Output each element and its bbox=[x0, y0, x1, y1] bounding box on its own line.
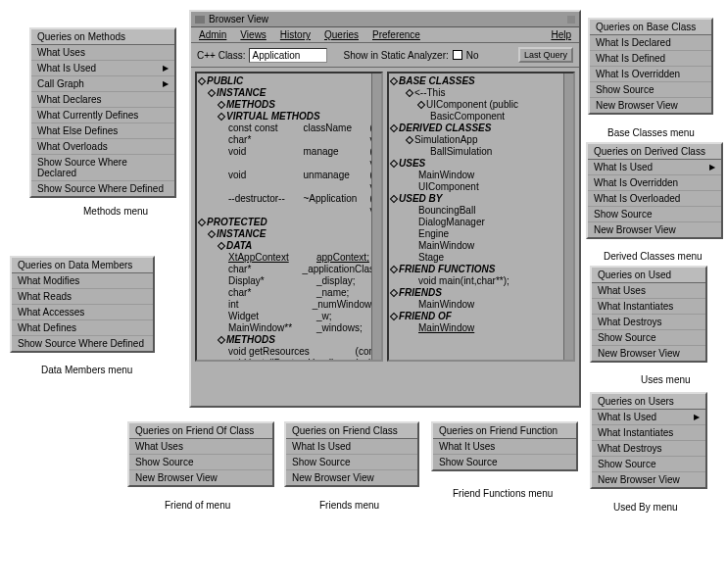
menu-history[interactable]: History bbox=[280, 29, 311, 40]
data-row[interactable]: Display*_display; bbox=[228, 275, 379, 287]
menu-item[interactable]: Show Source bbox=[286, 455, 417, 470]
right-pane: BASE CLASSES <--This UIComponent (public… bbox=[387, 72, 575, 362]
method-row[interactable]: --destructor--~Application( v bbox=[228, 193, 379, 217]
menu-item[interactable]: What Uses bbox=[129, 439, 272, 455]
item[interactable]: void main(int,char**); bbox=[418, 275, 571, 287]
item[interactable]: MainWindow bbox=[418, 322, 571, 334]
menu-label: Uses menu bbox=[641, 374, 691, 385]
diamond-icon bbox=[390, 266, 398, 273]
menu-item[interactable]: Show Source bbox=[590, 82, 711, 98]
window-titlebar[interactable]: Browser View bbox=[191, 12, 579, 27]
menu-item[interactable]: What Is Overridden bbox=[588, 175, 721, 191]
menu-item[interactable]: What Defines bbox=[12, 320, 153, 336]
scrollbar[interactable] bbox=[371, 74, 381, 360]
menu-item[interactable]: What Else Defines bbox=[31, 123, 174, 139]
menu-item[interactable]: What Is Overloaded bbox=[588, 191, 721, 207]
show-in-checkbox[interactable] bbox=[453, 50, 462, 60]
menu-header: Queries on Friend Function bbox=[433, 423, 576, 439]
show-in-label: Show in Static Analyzer: bbox=[343, 50, 448, 61]
menu-admin[interactable]: Admin bbox=[199, 29, 226, 40]
menu-item[interactable]: What Is Used▶ bbox=[31, 61, 174, 76]
data-row[interactable]: char*_name; bbox=[228, 287, 379, 299]
menu-item[interactable]: New Browser View bbox=[286, 470, 417, 485]
menu-preference[interactable]: Preference bbox=[372, 29, 420, 40]
menu-item[interactable]: New Browser View bbox=[590, 98, 711, 113]
menu-label: Friend of menu bbox=[165, 500, 230, 511]
diamond-icon bbox=[406, 136, 413, 144]
menu-item[interactable]: New Browser View bbox=[588, 222, 721, 237]
menu-item[interactable]: Show Source Where Declared bbox=[31, 155, 174, 181]
diamond-icon bbox=[198, 219, 206, 226]
data-row[interactable]: Widget_w; bbox=[228, 311, 379, 322]
menu-item[interactable]: Call Graph▶ bbox=[31, 76, 174, 92]
menu-item[interactable]: What Reads bbox=[12, 289, 153, 305]
method-row[interactable]: voidmanage( v bbox=[228, 146, 379, 170]
item[interactable]: MainWindow bbox=[418, 240, 571, 252]
item[interactable]: BallSimulation bbox=[430, 146, 571, 158]
menu-item[interactable]: What Accesses bbox=[12, 305, 153, 320]
diamond-icon bbox=[198, 77, 206, 85]
menu-item[interactable]: What Declares bbox=[31, 92, 174, 108]
menu-item[interactable]: Show Source bbox=[592, 457, 705, 472]
menu-item[interactable]: Show Source bbox=[592, 330, 705, 346]
toolbar: C++ Class: Show in Static Analyzer: No L… bbox=[191, 43, 579, 68]
menu-item[interactable]: What Overloads bbox=[31, 139, 174, 155]
data-row[interactable]: XtAppContextappContext; bbox=[228, 252, 379, 264]
base-classes-menu: Queries on Base Class What Is Declared W… bbox=[588, 18, 713, 115]
menu-item[interactable]: What Modifies bbox=[12, 273, 153, 289]
item[interactable]: MainWindow bbox=[418, 299, 571, 311]
menu-item[interactable]: What Is Overridden bbox=[590, 67, 711, 82]
menu-item[interactable]: Show Source bbox=[129, 455, 272, 470]
menu-help[interactable]: Help bbox=[551, 29, 571, 40]
menu-item[interactable]: What It Uses bbox=[433, 439, 576, 455]
menu-views[interactable]: Views bbox=[240, 29, 267, 40]
window-menu-icon[interactable] bbox=[195, 16, 205, 24]
menu-item[interactable]: New Browser View bbox=[592, 472, 705, 487]
method-row[interactable]: voidunmanage( v bbox=[228, 170, 379, 193]
menu-item[interactable]: What Is Used▶ bbox=[592, 410, 705, 425]
class-input[interactable] bbox=[249, 48, 327, 63]
data-row[interactable]: MainWindow**_windows; bbox=[228, 322, 379, 334]
data-members-menu: Queries on Data Members What Modifies Wh… bbox=[10, 256, 155, 353]
method-row[interactable]: const const char*className( v bbox=[228, 122, 379, 146]
data-row[interactable]: int_numWindows; bbox=[228, 299, 379, 311]
item[interactable]: UIComponent (public bbox=[418, 99, 571, 111]
diamond-icon bbox=[208, 230, 216, 238]
menu-label: Friend Functions menu bbox=[453, 488, 553, 499]
menu-item[interactable]: Show Source bbox=[588, 207, 721, 222]
menu-item[interactable]: What Currently Defines bbox=[31, 108, 174, 123]
item[interactable]: BasicComponent bbox=[430, 111, 571, 122]
item[interactable]: BouncingBall bbox=[418, 205, 571, 217]
method-row[interactable]: void getResources(cons bbox=[228, 346, 379, 358]
menu-item[interactable]: What Is Used▶ bbox=[588, 160, 721, 175]
item[interactable]: Engine bbox=[418, 228, 571, 240]
item[interactable]: SimulationApp bbox=[407, 134, 571, 146]
menu-item[interactable]: New Browser View bbox=[592, 346, 705, 361]
menu-item[interactable]: What Uses bbox=[31, 45, 174, 61]
menu-item[interactable]: New Browser View bbox=[129, 470, 272, 485]
menu-item[interactable]: What Is Defined bbox=[590, 51, 711, 67]
last-query-button[interactable]: Last Query bbox=[518, 47, 573, 63]
scrollbar[interactable] bbox=[563, 74, 573, 360]
menu-item[interactable]: Show Source Where Defined bbox=[12, 336, 153, 351]
item[interactable]: DialogManager bbox=[418, 217, 571, 228]
item[interactable]: UIComponent bbox=[418, 181, 571, 193]
window-min-icon[interactable] bbox=[567, 16, 575, 24]
menu-item[interactable]: Show Source bbox=[433, 455, 576, 469]
menu-item[interactable]: What Instantiates bbox=[592, 299, 705, 315]
menu-item[interactable]: What Uses bbox=[592, 283, 705, 299]
menu-item[interactable]: What Destroys bbox=[592, 315, 705, 330]
menu-item[interactable]: What Destroys bbox=[592, 441, 705, 457]
item[interactable]: <--This bbox=[407, 87, 571, 99]
menu-item[interactable]: What Is Declared bbox=[590, 35, 711, 51]
data-row[interactable]: char*_applicationClass bbox=[228, 264, 379, 275]
menu-item[interactable]: Show Source Where Defined bbox=[31, 181, 174, 196]
menu-item[interactable]: What Is Used bbox=[286, 439, 417, 455]
item[interactable]: MainWindow bbox=[418, 170, 571, 181]
menu-queries[interactable]: Queries bbox=[324, 29, 359, 40]
item[interactable]: Stage bbox=[418, 252, 571, 264]
no-label: No bbox=[466, 50, 479, 61]
menu-header: Queries on Base Class bbox=[590, 20, 711, 35]
method-row[interactable]: void installDestroyHandler(void) bbox=[228, 358, 379, 362]
menu-item[interactable]: What Instantiates bbox=[592, 425, 705, 441]
